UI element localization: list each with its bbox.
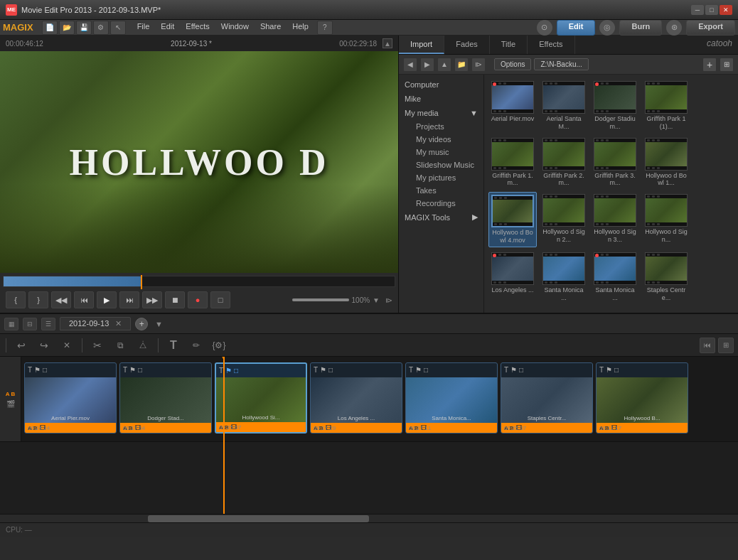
file-item[interactable]: Aerial Pier.mov xyxy=(488,79,537,133)
export-button[interactable]: Export xyxy=(686,20,735,36)
first-frame-button[interactable]: ⏮ xyxy=(74,291,94,308)
track-clip[interactable]: T ⚑ □ A B 🎞 Dodger Stad... 00:17:04 xyxy=(119,362,212,434)
last-frame-button[interactable]: ⏭ xyxy=(119,291,139,308)
timeline-scrollbar[interactable] xyxy=(0,514,738,522)
panel-grid-button[interactable]: ⊞ xyxy=(720,58,734,72)
file-item[interactable]: Aerial Santa M... xyxy=(540,79,588,133)
settings-icon[interactable]: ⚙ xyxy=(93,21,109,35)
timeline-tab-close[interactable]: ✕ xyxy=(115,319,122,328)
open-icon[interactable]: 📂 xyxy=(59,21,75,35)
scrollbar-thumb[interactable] xyxy=(148,515,369,522)
volume-slider[interactable] xyxy=(292,298,349,301)
menu-file[interactable]: File xyxy=(132,21,156,35)
delete-button[interactable]: ✕ xyxy=(58,336,76,355)
panel-add-button[interactable]: + xyxy=(702,58,717,72)
file-item[interactable]: Griffith Park 2.m... xyxy=(540,136,588,190)
file-item[interactable]: Hollywoo d Sign 3... xyxy=(591,192,639,247)
preview-video[interactable]: HOLLWOO D xyxy=(0,51,398,273)
menu-share[interactable]: Share xyxy=(255,21,287,35)
end-button[interactable]: ⏹ xyxy=(165,291,185,308)
minimize-button[interactable]: ─ xyxy=(691,5,704,15)
tree-item-mike[interactable]: Mike xyxy=(399,92,483,106)
preview-options-icon[interactable]: ▲ xyxy=(383,38,392,48)
tree-item-takes[interactable]: Takes xyxy=(410,184,483,197)
file-item[interactable]: Dodger Stadium... xyxy=(591,79,639,133)
new-icon[interactable]: 📄 xyxy=(42,21,58,35)
track-clip[interactable]: T ⚑ □ A B 🎞 Hollywood Si... 00:25:07 xyxy=(215,362,307,434)
effects-button[interactable]: {⚙} xyxy=(210,336,228,355)
edit-button[interactable]: Edit xyxy=(557,20,596,36)
close-button[interactable]: ✕ xyxy=(720,5,732,15)
options-dropdown[interactable]: Options xyxy=(494,58,531,70)
brush-button[interactable]: ✏ xyxy=(187,336,205,355)
tree-item-my-pictures[interactable]: My pictures xyxy=(410,171,483,184)
track-clip[interactable]: T ⚑ □ A B 🎞 Hollywood B... 00:11:17 xyxy=(596,362,688,434)
tab-import[interactable]: Import xyxy=(399,36,444,54)
text-button[interactable]: T xyxy=(164,336,183,355)
mark-in-button[interactable]: { xyxy=(6,291,26,308)
tree-item-my-videos[interactable]: My videos xyxy=(410,133,483,146)
file-item[interactable]: Santa Monica ... xyxy=(591,250,639,304)
tree-item-projects[interactable]: Projects xyxy=(410,120,483,133)
undo-button[interactable]: ↩ xyxy=(12,336,31,355)
file-item[interactable]: Griffith Park 1.m... xyxy=(488,136,537,190)
path-dropdown[interactable]: Z:\N-Backu... xyxy=(534,58,588,70)
record-button[interactable]: ● xyxy=(188,291,208,308)
zoom-dropdown-icon[interactable]: ▼ xyxy=(373,296,380,304)
menu-window[interactable]: Window xyxy=(215,21,255,35)
snapshot-button[interactable]: □ xyxy=(210,291,230,308)
timeline-dropdown[interactable]: ▼ xyxy=(152,318,165,330)
paste-button[interactable]: ⧊ xyxy=(134,336,152,355)
tab-fades[interactable]: Fades xyxy=(444,36,490,54)
maximize-button[interactable]: □ xyxy=(705,5,718,15)
track-clip[interactable]: T ⚑ □ A B 🎞 Staples Centr... 00:25:07 xyxy=(501,362,593,434)
file-item[interactable]: Griffith Park 3.m... xyxy=(591,136,639,190)
timeline-add-button[interactable]: + xyxy=(135,318,148,330)
nav-forward-button[interactable]: ▶ xyxy=(420,58,434,72)
timeline-list-btn[interactable]: ⊟ xyxy=(23,318,37,330)
menu-effects[interactable]: Effects xyxy=(180,21,215,35)
file-item[interactable]: Hollywoo d Bowl 4.mov xyxy=(488,192,537,247)
zoom-icon[interactable]: ⧐ xyxy=(385,296,392,304)
mark-out-button[interactable]: } xyxy=(28,291,48,308)
tree-item-recordings[interactable]: Recordings xyxy=(410,197,483,210)
copy-button[interactable]: ⧉ xyxy=(111,336,129,355)
file-item[interactable]: Los Angeles ... xyxy=(488,250,537,304)
menu-help[interactable]: Help xyxy=(287,21,314,35)
play-button[interactable]: ▶ xyxy=(97,291,117,308)
cut-button[interactable]: ✂ xyxy=(88,336,107,355)
help-icon[interactable]: ? xyxy=(317,21,333,35)
cursor-icon[interactable]: ↖ xyxy=(110,21,126,35)
tree-item-magix-tools[interactable]: MAGIX Tools ▶ xyxy=(399,210,483,225)
prev-frame-button[interactable]: ◀◀ xyxy=(51,291,71,308)
tree-item-computer[interactable]: Computer xyxy=(399,77,483,92)
progress-marker[interactable] xyxy=(141,275,142,289)
nav-folder-button[interactable]: 📁 xyxy=(454,58,469,72)
tree-item-my-media[interactable]: My media ▼ xyxy=(399,106,483,120)
redo-button[interactable]: ↪ xyxy=(35,336,53,355)
tree-item-my-music[interactable]: My music xyxy=(410,146,483,158)
tree-item-slideshow-music[interactable]: Slideshow Music xyxy=(410,158,483,171)
nav-search-button[interactable]: ⧐ xyxy=(471,58,486,72)
file-item[interactable]: Hollywoo d Sign 2... xyxy=(540,192,588,247)
burn-button[interactable]: Burn xyxy=(619,20,662,36)
track-clip[interactable]: T ⚑ □ A B 🎞 Los Angeles ... 00:17:29 xyxy=(310,362,402,434)
timeline-start-button[interactable]: ⏮ xyxy=(700,338,715,353)
next-clip-button[interactable]: ▶▶ xyxy=(142,291,162,308)
nav-back-button[interactable]: ◀ xyxy=(403,58,417,72)
file-item[interactable]: Hollywoo d Sign... xyxy=(642,192,690,247)
tab-title[interactable]: Title xyxy=(490,36,528,54)
file-item[interactable]: Santa Monica ... xyxy=(540,250,588,304)
save-icon[interactable]: 💾 xyxy=(76,21,92,35)
progress-bar[interactable] xyxy=(3,276,395,287)
timeline-tab[interactable]: 2012-09-13 ✕ xyxy=(60,317,131,330)
nav-up-button[interactable]: ▲ xyxy=(437,58,451,72)
track-clip[interactable]: T ⚑ □ A B 🎞 Aerial Pier.mov 00:24:24 xyxy=(24,362,117,434)
tab-effects[interactable]: Effects xyxy=(528,36,574,54)
track-clip[interactable]: T ⚑ □ A B 🎞 Santa Monica... 00:27:11 xyxy=(405,362,498,434)
file-item[interactable]: Hollywoo d Bowl 1... xyxy=(642,136,690,190)
file-item[interactable]: Griffith Park 1(1)... xyxy=(642,79,690,133)
timeline-settings-button[interactable]: ⊞ xyxy=(718,338,734,353)
file-item[interactable]: Staples Centre... xyxy=(642,250,690,304)
timeline-view-btn[interactable]: ▦ xyxy=(4,318,18,330)
